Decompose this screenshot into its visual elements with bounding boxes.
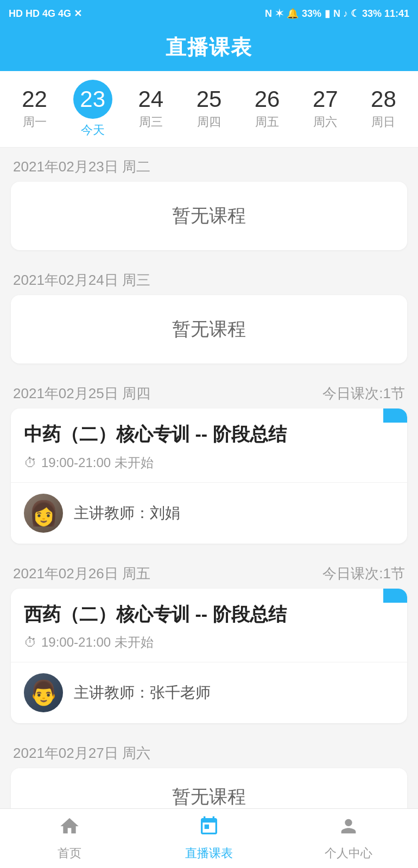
alarm-icon: 🔔 <box>287 8 299 20</box>
day-num: 27 <box>313 88 338 111</box>
clock-icon: ⏱ <box>24 455 37 470</box>
course-card-inner: 直播课西药（二）核心专训 -- 阶段总结⏱19:00-21:00 未开始 <box>11 589 407 652</box>
status-right: N ✶ 🔔 33% ▮ N ♪ ☾ 33% 11:41 <box>265 8 409 20</box>
section-count: 今日课次:1节 <box>322 384 405 403</box>
nav-item-schedule[interactable]: 直播课表 <box>140 810 279 867</box>
bluetooth-icon: ✶ <box>275 8 283 20</box>
day-num: 25 <box>197 88 222 111</box>
day-num: 23 <box>73 80 112 119</box>
day-num: 24 <box>138 88 163 111</box>
section-header-sec-feb25: 2021年02月25日 周四今日课次:1节 <box>0 374 418 409</box>
partial-empty-text: 暂无课程 <box>33 784 385 809</box>
teacher-avatar: 👨 <box>24 673 63 712</box>
day-label: 周四 <box>197 114 221 130</box>
course-time-text: 19:00-21:00 未开始 <box>41 454 154 471</box>
section-date: 2021年02月24日 周三 <box>13 271 150 290</box>
empty-text: 暂无课程 <box>33 203 385 228</box>
time: N ♪ ☾ 33% 11:41 <box>333 8 409 20</box>
nav-icon-schedule <box>198 815 220 842</box>
day-item-22[interactable]: 22周一 <box>13 88 56 130</box>
empty-card-sec-feb23: 暂无课程 <box>11 182 407 250</box>
status-left: HD HD 4G 4G ✕ <box>9 8 82 20</box>
nfc-icon: N <box>265 8 272 20</box>
live-badge: 直播课 <box>383 589 407 603</box>
section-date: 2021年02月27日 周六 <box>13 744 150 763</box>
section-date: 2021年02月23日 周二 <box>13 157 150 176</box>
bottom-nav: 首页直播课表个人中心 <box>0 808 418 868</box>
course-title: 中药（二）核心专训 -- 阶段总结 <box>24 422 394 448</box>
network-indicators: HD HD 4G 4G ✕ <box>9 8 82 20</box>
avatar-image: 👩 <box>24 494 63 533</box>
day-label: 周五 <box>255 114 279 130</box>
nav-icon-home <box>59 815 80 842</box>
app-header: 直播课表 <box>0 27 418 71</box>
section-sec-feb25: 2021年02月25日 周四今日课次:1节直播课中药（二）核心专训 -- 阶段总… <box>0 374 418 544</box>
empty-text: 暂无课程 <box>33 317 385 342</box>
week-selector: 22周一23今天24周三25周四26周五27周六28周日 <box>0 71 418 148</box>
day-item-24[interactable]: 24周三 <box>129 88 173 130</box>
day-item-25[interactable]: 25周四 <box>187 88 231 130</box>
course-time-row: ⏱19:00-21:00 未开始 <box>24 454 394 471</box>
teacher-name: 主讲教师：张千老师 <box>74 682 211 703</box>
teacher-row: 👩主讲教师：刘娟 <box>11 483 407 544</box>
day-num: 22 <box>22 88 47 111</box>
section-sec-feb23: 2021年02月23日 周二暂无课程 <box>0 148 418 250</box>
course-title: 西药（二）核心专训 -- 阶段总结 <box>24 602 394 628</box>
day-item-27[interactable]: 27周六 <box>303 88 347 130</box>
clock-icon: ⏱ <box>24 635 37 650</box>
section-header-sec-feb27: 2021年02月27日 周六 <box>0 734 418 768</box>
teacher-avatar: 👩 <box>24 494 63 533</box>
teacher-name: 主讲教师：刘娟 <box>74 503 180 524</box>
day-label: 周日 <box>371 114 395 130</box>
day-label: 周三 <box>139 114 163 130</box>
day-item-26[interactable]: 26周五 <box>245 88 289 130</box>
section-header-sec-feb26: 2021年02月26日 周五今日课次:1节 <box>0 554 418 589</box>
avatar-image: 👨 <box>24 673 63 712</box>
course-card-inner: 直播课中药（二）核心专训 -- 阶段总结⏱19:00-21:00 未开始 <box>11 409 407 471</box>
day-label: 今天 <box>81 122 105 138</box>
day-num: 28 <box>371 88 396 111</box>
section-date: 2021年02月26日 周五 <box>13 564 150 583</box>
section-sec-feb26: 2021年02月26日 周五今日课次:1节直播课西药（二）核心专训 -- 阶段总… <box>0 554 418 724</box>
content-area: 2021年02月23日 周二暂无课程2021年02月24日 周三暂无课程2021… <box>0 148 418 868</box>
battery-icon: ▮ <box>325 8 330 20</box>
nav-label-home: 首页 <box>58 845 81 861</box>
day-item-23[interactable]: 23今天 <box>71 80 115 138</box>
nav-label-schedule: 直播课表 <box>185 845 233 861</box>
section-count: 今日课次:1节 <box>322 564 405 583</box>
teacher-row: 👨主讲教师：张千老师 <box>11 662 407 723</box>
live-badge: 直播课 <box>383 409 407 423</box>
nav-item-home[interactable]: 首页 <box>0 810 140 867</box>
day-item-28[interactable]: 28周日 <box>362 88 405 130</box>
course-time-row: ⏱19:00-21:00 未开始 <box>24 634 394 651</box>
section-header-sec-feb24: 2021年02月24日 周三 <box>0 261 418 295</box>
day-label: 周六 <box>313 114 337 130</box>
nav-label-profile: 个人中心 <box>325 845 372 861</box>
nav-icon-profile <box>338 815 359 842</box>
section-date: 2021年02月25日 周四 <box>13 384 150 403</box>
empty-card-sec-feb24: 暂无课程 <box>11 295 407 363</box>
battery-level: 33% <box>302 8 321 20</box>
section-sec-feb24: 2021年02月24日 周三暂无课程 <box>0 261 418 363</box>
app-title: 直播课表 <box>0 34 418 61</box>
course-card-2-0[interactable]: 直播课中药（二）核心专训 -- 阶段总结⏱19:00-21:00 未开始👩主讲教… <box>11 409 407 544</box>
day-label: 周一 <box>23 114 47 130</box>
day-num: 26 <box>255 88 280 111</box>
status-bar: HD HD 4G 4G ✕ N ✶ 🔔 33% ▮ N ♪ ☾ 33% 11:4… <box>0 0 418 27</box>
course-time-text: 19:00-21:00 未开始 <box>41 634 154 651</box>
course-card-3-0[interactable]: 直播课西药（二）核心专训 -- 阶段总结⏱19:00-21:00 未开始👨主讲教… <box>11 589 407 724</box>
nav-item-profile[interactable]: 个人中心 <box>278 810 418 867</box>
section-header-sec-feb23: 2021年02月23日 周二 <box>0 148 418 182</box>
